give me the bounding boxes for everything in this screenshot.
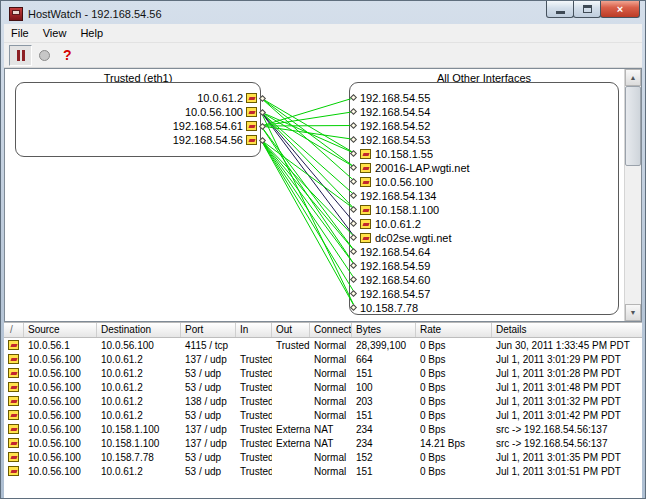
cell: Jul 1, 2011 3:01:29 PM PDT: [492, 354, 642, 365]
cell: Trusted: [236, 354, 272, 365]
table-row[interactable]: 10.0.56.10010.0.61.253 / udpTrustedNorma…: [4, 380, 642, 394]
cell: 10.0.56.100: [24, 354, 97, 365]
host-address: 20016-LAP.wgti.net: [375, 162, 470, 174]
host-item[interactable]: 10.0.56.100: [351, 175, 433, 188]
cell: 10.0.56.100: [24, 382, 97, 393]
host-item[interactable]: 192.168.54.59: [351, 259, 430, 272]
cell: NAT: [310, 438, 352, 449]
cell: 53 / udp: [181, 382, 236, 393]
host-item[interactable]: 10.158.1.55: [351, 147, 433, 160]
host-item[interactable]: 10.0.61.2: [15, 92, 265, 105]
host-item[interactable]: 10.158.7.78: [351, 301, 418, 314]
node-diamond-icon: [350, 276, 357, 283]
menu-file[interactable]: File: [4, 25, 36, 41]
host-address: 192.168.54.59: [360, 260, 430, 272]
column-header-bytes[interactable]: Bytes: [352, 323, 416, 337]
host-item[interactable]: dc02se.wgti.net: [351, 231, 451, 244]
table-row[interactable]: 10.0.56.10010.158.1.100137 / udpTrustedE…: [4, 436, 642, 450]
host-item[interactable]: 10.158.1.100: [351, 203, 439, 216]
column-header-in[interactable]: In: [236, 323, 272, 337]
row-connection-icon: [4, 438, 24, 448]
host-item[interactable]: 192.168.54.55: [351, 91, 430, 104]
cell: 10.0.56.100: [24, 438, 97, 449]
cell: 151: [352, 466, 416, 477]
scroll-up-icon[interactable]: ▲: [625, 69, 641, 86]
cell: Trusted: [236, 452, 272, 463]
scroll-down-icon[interactable]: ▼: [625, 304, 641, 321]
connection-icon: [246, 121, 257, 131]
column-header-source[interactable]: Source: [24, 323, 97, 337]
table-row[interactable]: 10.0.56.10010.0.61.253 / udpTrustedNorma…: [4, 408, 642, 422]
close-button[interactable]: ×: [600, 1, 640, 18]
cell: Trusted: [236, 368, 272, 379]
table-row[interactable]: 10.0.56.10010.0.61.2138 / udpTrustedNorm…: [4, 394, 642, 408]
column-header-details[interactable]: Details: [492, 323, 642, 337]
cell: 28,399,100: [352, 340, 416, 351]
host-item[interactable]: 192.168.54.134: [351, 189, 436, 202]
host-item[interactable]: 192.168.54.61: [15, 120, 265, 133]
table-row[interactable]: 10.0.56.110.0.56.1004115 / tcpTrustedNor…: [4, 338, 642, 352]
node-diamond-icon: [350, 150, 357, 157]
host-item[interactable]: 192.168.54.53: [351, 133, 430, 146]
continue-display-button[interactable]: [33, 45, 56, 66]
cell: 0 Bps: [416, 396, 492, 407]
column-header-destination[interactable]: Destination: [97, 323, 181, 337]
connection-icon: [360, 233, 371, 243]
host-address: 192.168.54.54: [360, 106, 430, 118]
record-circle-icon: [39, 50, 50, 61]
table-row[interactable]: 10.0.56.10010.158.1.100137 / udpTrustedE…: [4, 422, 642, 436]
minimize-button[interactable]: [546, 1, 574, 18]
column-header-out[interactable]: Out: [272, 323, 310, 337]
node-diamond-icon: [350, 262, 357, 269]
cell: 0 Bps: [416, 382, 492, 393]
cell: 10.158.1.100: [97, 438, 181, 449]
pause-display-button[interactable]: [9, 45, 32, 66]
table-row[interactable]: 10.0.56.10010.0.61.253 / udpTrustedNorma…: [4, 464, 642, 476]
menu-help[interactable]: Help: [73, 25, 110, 41]
host-item[interactable]: 10.0.61.2: [351, 217, 421, 230]
cell: 0 Bps: [416, 466, 492, 477]
toolbar: ?: [4, 43, 642, 68]
client-area: Trusted (eth1) All Other Interfaces 10.0…: [4, 68, 642, 499]
cell: src -> 192.168.54.56:137: [492, 438, 642, 449]
connections-table: /SourceDestinationPortInOutConnect...Byt…: [4, 322, 642, 476]
help-button[interactable]: ?: [63, 47, 72, 63]
host-item[interactable]: 192.168.54.54: [351, 105, 430, 118]
cell: 10.0.56.100: [24, 466, 97, 477]
cell: Normal: [310, 354, 352, 365]
title-bar[interactable]: HostWatch - 192.168.54.56 ×: [4, 3, 642, 24]
table-row[interactable]: 10.0.56.10010.0.61.253 / udpTrustedNorma…: [4, 366, 642, 380]
host-item[interactable]: 192.168.54.57: [351, 287, 430, 300]
cell: Trusted: [236, 466, 272, 477]
cell: 0 Bps: [416, 424, 492, 435]
host-item[interactable]: 192.168.54.64: [351, 245, 430, 258]
host-item[interactable]: 20016-LAP.wgti.net: [351, 161, 470, 174]
cell: Jul 1, 2011 3:01:48 PM PDT: [492, 382, 642, 393]
column-header-rate[interactable]: Rate: [416, 323, 492, 337]
cell: 10.0.61.2: [97, 410, 181, 421]
column-header-connect[interactable]: Connect...: [310, 323, 352, 337]
cell: 53 / udp: [181, 466, 236, 477]
menu-view[interactable]: View: [36, 25, 74, 41]
table-row[interactable]: 10.0.56.10010.0.61.2137 / udpTrustedNorm…: [4, 352, 642, 366]
scrollbar-thumb[interactable]: [625, 86, 641, 166]
host-address: 192.168.54.57: [360, 288, 430, 300]
close-icon: ×: [617, 3, 623, 15]
host-item[interactable]: 192.168.54.52: [351, 119, 430, 132]
cell: 10.0.56.1: [24, 340, 97, 351]
host-item[interactable]: 10.0.56.100: [15, 106, 265, 119]
cell: 0 Bps: [416, 340, 492, 351]
connection-icon: [360, 219, 371, 229]
maximize-button[interactable]: [573, 1, 601, 18]
cell: 152: [352, 452, 416, 463]
graph-vertical-scrollbar[interactable]: ▲ ▼: [624, 69, 641, 321]
host-item[interactable]: 192.168.54.60: [351, 273, 430, 286]
column-header-port[interactable]: Port: [181, 323, 236, 337]
host-address: 10.158.1.100: [375, 204, 439, 216]
cell: Trusted: [236, 410, 272, 421]
host-item[interactable]: 192.168.54.56: [15, 134, 265, 147]
table-row[interactable]: 10.0.56.10010.158.7.7853 / udpTrustedNor…: [4, 450, 642, 464]
node-diamond-icon: [350, 206, 357, 213]
cell: 137 / udp: [181, 438, 236, 449]
node-diamond-icon: [350, 122, 357, 129]
